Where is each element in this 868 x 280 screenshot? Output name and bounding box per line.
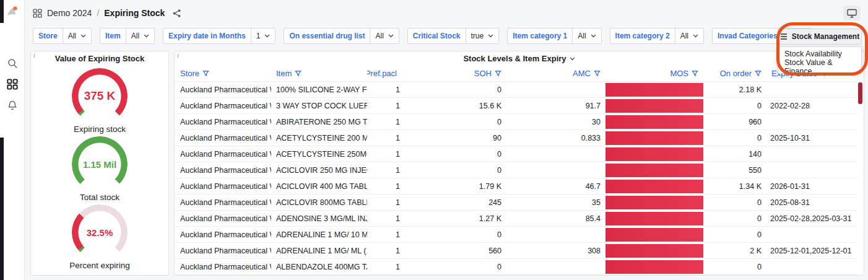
- stock-management-button-label: Stock Management: [792, 32, 859, 41]
- table-panel: i Stock Levels & Item Expiry StoreItemPr…: [174, 51, 864, 276]
- breadcrumb-root[interactable]: Demo 2024: [47, 8, 92, 18]
- table-row[interactable]: Auckland Pharmaceutical Wa...ACICLOVIR 2…: [175, 162, 857, 178]
- filter-value-dropdown[interactable]: All: [573, 28, 601, 44]
- mos-gauge-bar: [605, 212, 703, 225]
- cell-store: Auckland Pharmaceutical Wa...: [175, 178, 271, 194]
- filter-label[interactable]: Item category 2: [610, 28, 675, 44]
- table-scrollbar-thumb[interactable]: [858, 82, 862, 104]
- cell-item: ADENOSINE 3 MG/ML INJE...: [271, 211, 367, 226]
- table-row[interactable]: Auckland Pharmaceutical Wa...3 WAY STOP …: [175, 98, 857, 114]
- cell-mos: [605, 98, 703, 113]
- chevron-down-icon: [388, 34, 394, 38]
- cell-amc: [506, 82, 605, 97]
- filter-value-dropdown[interactable]: All: [63, 28, 92, 44]
- table-row[interactable]: Auckland Pharmaceutical Wa...ADRENALINE …: [175, 227, 857, 243]
- cell-amc: 0.833: [506, 130, 605, 146]
- filter-value-dropdown[interactable]: All: [675, 28, 704, 44]
- filter-label[interactable]: Invad Categories: [712, 28, 783, 44]
- cell-amc: 308: [506, 243, 605, 258]
- mos-gauge-bar: [605, 131, 703, 145]
- filter-label[interactable]: Item: [100, 28, 126, 44]
- table-row[interactable]: Auckland Pharmaceutical Wa...ADENOSINE 3…: [175, 211, 857, 227]
- chevron-down-icon: [264, 34, 270, 38]
- cell-expiry: [766, 82, 857, 97]
- alerts-bell-icon[interactable]: [7, 100, 18, 111]
- column-header-mos[interactable]: MOS: [605, 66, 703, 81]
- cell-on-order: 0: [703, 211, 766, 226]
- column-header-store[interactable]: Store: [175, 66, 271, 81]
- column-header-pref[interactable]: Pref.pacl: [367, 66, 405, 81]
- table-row[interactable]: Auckland Pharmaceutical Wa...ALBENDAZOLE…: [175, 259, 857, 275]
- filter-store: StoreAll: [33, 28, 92, 44]
- cell-on-order: 0: [703, 130, 766, 146]
- cell-soh: 1.79 K: [405, 178, 506, 194]
- column-header-label: SOH: [474, 69, 492, 78]
- cell-soh: 245: [405, 195, 506, 210]
- gauge-panel-title[interactable]: Value of Expiring Stock: [31, 51, 168, 66]
- filter-label[interactable]: On essential drug list: [284, 28, 370, 44]
- column-header-on_order[interactable]: On order: [703, 66, 766, 81]
- gauge-label: Percent expiring: [69, 261, 130, 270]
- filter-funnel-icon: [755, 70, 762, 77]
- table-row[interactable]: Auckland Pharmaceutical Wa...100% SILICO…: [175, 82, 857, 98]
- table-row[interactable]: Auckland Pharmaceutical Wa...ABIRATERONE…: [175, 114, 857, 130]
- chevron-down-icon: [570, 57, 575, 61]
- panel-info-icon[interactable]: i: [33, 52, 35, 59]
- table-row[interactable]: Auckland Pharmaceutical Wa...ACETYLCYSTE…: [175, 130, 857, 146]
- filter-value-dropdown[interactable]: All: [126, 28, 155, 44]
- hamburger-menu-icon: [780, 33, 788, 40]
- cell-expiry: 2025-08-31: [766, 195, 857, 210]
- column-header-item[interactable]: Item: [271, 66, 367, 81]
- filter-value-dropdown[interactable]: true: [466, 28, 500, 44]
- breadcrumb-current: Expiring Stock: [104, 8, 165, 18]
- cell-mos: [605, 227, 703, 242]
- filter-value-dropdown[interactable]: 1: [251, 28, 276, 44]
- share-icon[interactable]: [172, 9, 181, 18]
- search-icon[interactable]: [7, 58, 18, 69]
- table-row[interactable]: Auckland Pharmaceutical Wa...ACICLOVIR 4…: [175, 178, 857, 195]
- column-header-soh[interactable]: SOH: [405, 66, 506, 81]
- table-panel-title[interactable]: Stock Levels & Item Expiry: [175, 51, 864, 66]
- filter-label[interactable]: Store: [33, 28, 63, 44]
- cell-item: ADRENALINE 1 MG/ ML (1 I...: [271, 243, 367, 258]
- cell-pref: 1: [367, 243, 405, 258]
- gauge-ring: 32.5%: [72, 204, 128, 260]
- filter-label[interactable]: Item category 1: [507, 28, 573, 44]
- cell-amc: 30: [506, 114, 605, 129]
- cell-soh: 0: [405, 227, 506, 242]
- gauge-label: Expiring stock: [72, 125, 128, 134]
- filter-label[interactable]: Critical Stock: [407, 28, 466, 44]
- table-row[interactable]: Auckland Pharmaceutical Wa...ADRENALINE …: [175, 243, 857, 259]
- cell-item: ALBENDAZOLE 400MG TAB...: [271, 259, 367, 274]
- chevron-down-icon: [591, 34, 596, 38]
- cell-on-order: 0: [703, 195, 766, 210]
- cell-amc: 46.7: [506, 178, 605, 194]
- mos-gauge-bar: [605, 115, 703, 129]
- filter-label[interactable]: Expiry date in Months: [163, 28, 251, 44]
- app-logo[interactable]: [5, 4, 20, 19]
- cell-store: Auckland Pharmaceutical Wa...: [175, 259, 271, 274]
- mos-gauge-bar: [605, 164, 703, 177]
- cell-mos: [605, 178, 703, 194]
- dashboards-icon[interactable]: [7, 79, 18, 90]
- table-row[interactable]: Auckland Pharmaceutical Wa...ACICLOVIR 8…: [175, 195, 857, 211]
- column-header-amc[interactable]: AMC: [506, 66, 605, 81]
- panel-info-icon[interactable]: i: [177, 52, 179, 59]
- cell-pref: 1: [367, 259, 405, 274]
- kiosk-monitor-button[interactable]: [843, 6, 861, 20]
- table-row[interactable]: Auckland Pharmaceutical Wa...ACETYLCYSTE…: [175, 146, 857, 162]
- cell-mos: [605, 195, 703, 210]
- column-header-label: Store: [180, 69, 199, 78]
- filter-item-category-1: Item category 1All: [507, 28, 601, 44]
- filter-funnel-icon: [495, 70, 501, 77]
- cell-mos: [605, 259, 703, 274]
- menu-item[interactable]: Stock Value & Finance: [778, 60, 861, 73]
- cell-pref: 1: [367, 211, 405, 226]
- filter-funnel-icon: [594, 70, 601, 77]
- stock-management-button[interactable]: Stock Management: [778, 28, 862, 45]
- filter-value-dropdown[interactable]: All: [370, 28, 399, 44]
- cell-pref: 1: [367, 146, 405, 162]
- cell-store: Auckland Pharmaceutical Wa...: [175, 243, 271, 258]
- cell-store: Auckland Pharmaceutical Wa...: [175, 211, 271, 226]
- apps-grid-icon[interactable]: [33, 9, 42, 18]
